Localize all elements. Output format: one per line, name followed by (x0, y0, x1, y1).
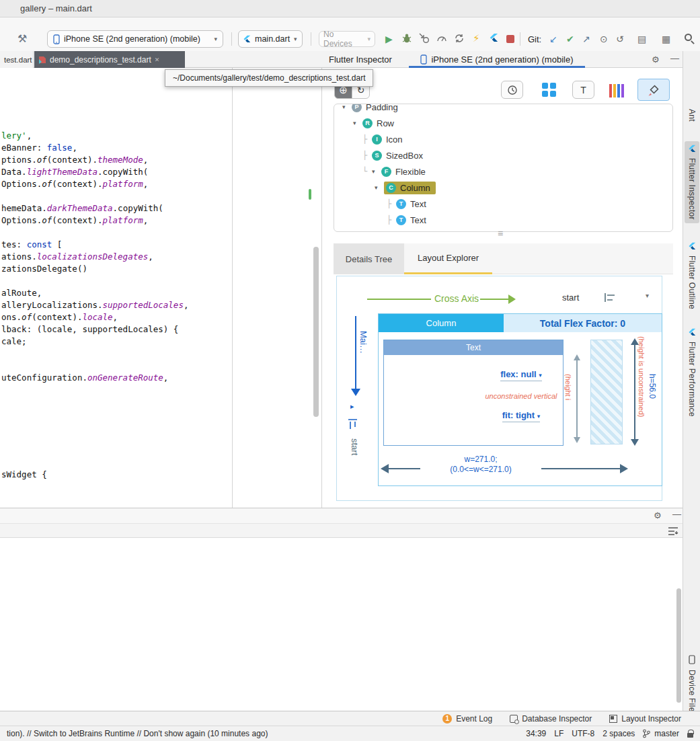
tab-details-tree[interactable]: Details Tree (334, 243, 404, 274)
main-axis-alignment-value[interactable]: start (350, 438, 360, 455)
gear-icon[interactable]: ⚙ (652, 54, 660, 65)
close-icon[interactable]: ✕ (155, 56, 160, 63)
expand-chevron-icon[interactable]: ▾ (353, 120, 362, 126)
flex-factor-header: Total Flex Factor: 0 (504, 314, 662, 332)
detail-tab-bar: Details Tree Layout Explorer (334, 243, 673, 274)
run-icon[interactable]: ▶ (385, 34, 393, 44)
search-icon[interactable] (685, 34, 692, 41)
code-line: sWidget { (1, 469, 232, 481)
history-icon[interactable]: ⊙ (600, 34, 608, 44)
editor-second-pane[interactable] (233, 68, 321, 508)
coverage-icon[interactable] (454, 33, 465, 44)
cross-axis-alignment-icon[interactable] (604, 292, 616, 303)
slow-animations-button[interactable] (501, 81, 523, 99)
gear-icon[interactable]: ⚙ (654, 510, 662, 520)
show-guidelines-icon[interactable] (542, 83, 556, 97)
code-line: ons.of(context).locale, (1, 311, 232, 323)
splitter-handle[interactable]: ≡ (498, 228, 503, 239)
main-axis-arrow-line (355, 316, 356, 389)
tool-button-flutter-outline[interactable]: Flutter Outline (685, 242, 699, 309)
shelf-icon[interactable]: ▤ (637, 34, 646, 44)
tree-item-column[interactable]: ▾CColumn (334, 180, 672, 196)
main-axis-alignment-icon[interactable] (348, 418, 358, 430)
tool-button-flutter-inspector[interactable]: Flutter Inspector (685, 141, 699, 223)
tool-button-label: Flutter Outline (687, 256, 697, 309)
layout-inspector-label: Layout Inspector (621, 714, 681, 724)
code-line: eBanner: false, (1, 142, 232, 154)
tab-layout-explorer[interactable]: Layout Explorer (404, 243, 492, 274)
tree-item-text[interactable]: ├TText (334, 196, 672, 212)
expand-chevron-icon[interactable]: ▾ (375, 184, 384, 191)
chevron-down-icon[interactable]: ▾ (646, 292, 649, 299)
run-config-dropdown[interactable]: main.dart ▾ (238, 30, 303, 48)
layout-inspector-button[interactable]: Layout Inspector (609, 714, 681, 724)
code-lines: lery',eBanner: false,ptions.of(context).… (1, 130, 232, 481)
event-log-button[interactable]: 1 Event Log (442, 714, 492, 724)
code-line (1, 348, 232, 360)
flex-dropdown[interactable]: flex: null ▾ (471, 369, 572, 381)
git-branch-widget[interactable]: master (643, 729, 679, 738)
code-line: hemeData.darkThemeData.copyWith( (1, 202, 232, 214)
line-separator[interactable]: LF (554, 729, 563, 738)
show-baselines-button[interactable]: T (572, 81, 594, 99)
minimize-icon[interactable]: — (670, 53, 679, 63)
tool-button-ant[interactable]: Ant (685, 109, 699, 122)
main-axis-label: Mai… (358, 331, 368, 354)
column-header[interactable]: Column (379, 314, 504, 332)
main-axis-dropdown-caret[interactable]: ▸ (350, 402, 354, 411)
code-editor[interactable]: lery',eBanner: false,ptions.of(context).… (0, 68, 232, 508)
rollback-icon[interactable]: ↺ (616, 34, 624, 44)
profile-icon[interactable] (436, 33, 447, 44)
phone-icon (53, 34, 60, 44)
tree-item-text[interactable]: ├TText (334, 212, 672, 228)
tab-device-iphone-se[interactable]: iPhone SE (2nd generation) (mobile) (409, 51, 585, 67)
minimize-icon[interactable]: — (672, 509, 681, 519)
tree-item-flexible[interactable]: └▾FFlexible (334, 163, 672, 180)
cross-axis-alignment-value[interactable]: start (562, 292, 579, 303)
expand-chevron-icon[interactable]: ▾ (372, 168, 381, 175)
tree-item-sizedbox[interactable]: ├SSizedBox (334, 147, 672, 163)
stop-icon[interactable] (506, 35, 514, 43)
file-encoding[interactable]: UTF-8 (572, 729, 594, 738)
expand-chevron-icon[interactable]: ▾ (342, 104, 352, 110)
tree-item-row[interactable]: ▾RRow (334, 115, 672, 131)
ide-window: gallery – main.dart ⚒ iPhone SE (2nd gen… (0, 0, 700, 741)
debug-icon[interactable] (401, 33, 412, 44)
code-line: Data.lightThemeData.copyWith( (1, 166, 232, 178)
attach-debugger-icon[interactable] (419, 33, 430, 44)
event-log-badge: 1 (442, 714, 452, 724)
widget-label: Column (400, 183, 430, 193)
hot-restart-icon[interactable] (489, 32, 498, 43)
widget-icon: P (352, 104, 362, 112)
tree-item-padding[interactable]: ▾PPadding (334, 104, 672, 115)
bottom-panel-scrollbar[interactable] (676, 588, 681, 703)
caret-position[interactable]: 34:39 (526, 729, 546, 738)
tool-button-flutter-performance[interactable]: Flutter Performance (685, 328, 699, 417)
highlight-repaints-icon[interactable] (609, 83, 627, 98)
soft-wrap-icon[interactable] (668, 526, 678, 536)
device-selector-dropdown[interactable]: iPhone SE (2nd generation) (mobile) ▾ (47, 30, 223, 48)
inspector-divider[interactable] (321, 68, 322, 508)
tab-demo-descriptions-test-dart[interactable]: demo_descriptions_test.dart ✕ (34, 51, 185, 68)
editor-scrollbar[interactable] (313, 247, 319, 417)
layout-windows-icon[interactable]: ▦ (662, 34, 670, 44)
chevron-down-icon: ▾ (214, 36, 217, 42)
event-log-label: Event Log (456, 714, 492, 724)
bottom-tool-panel: ⚙ — (0, 508, 683, 711)
devices-dropdown[interactable]: No Devices ▾ (319, 31, 375, 47)
git-commit-icon[interactable]: ✔ (566, 34, 574, 44)
database-inspector-button[interactable]: Database Inspector (510, 714, 592, 724)
code-line (1, 360, 232, 372)
tab-test-dart[interactable]: test.dart ✕ (0, 51, 34, 68)
hot-reload-icon[interactable]: ⚡ (473, 32, 480, 44)
lock-icon (687, 733, 693, 738)
fit-dropdown[interactable]: fit: tight ▾ (477, 410, 565, 422)
indent-setting[interactable]: 2 spaces (602, 729, 635, 738)
git-update-icon[interactable]: ↙ (549, 34, 557, 44)
tree-item-icon[interactable]: ├IIcon (334, 131, 672, 147)
git-push-icon[interactable]: ↗ (582, 34, 590, 44)
build-icon[interactable]: ⚒ (17, 32, 27, 45)
highlight-oversized-images-button[interactable] (637, 79, 670, 101)
widget-tree: ▾PPadding▾RRow├IIcon├SSizedBox└▾FFlexibl… (334, 104, 673, 232)
run-config-label: main.dart (255, 34, 290, 44)
